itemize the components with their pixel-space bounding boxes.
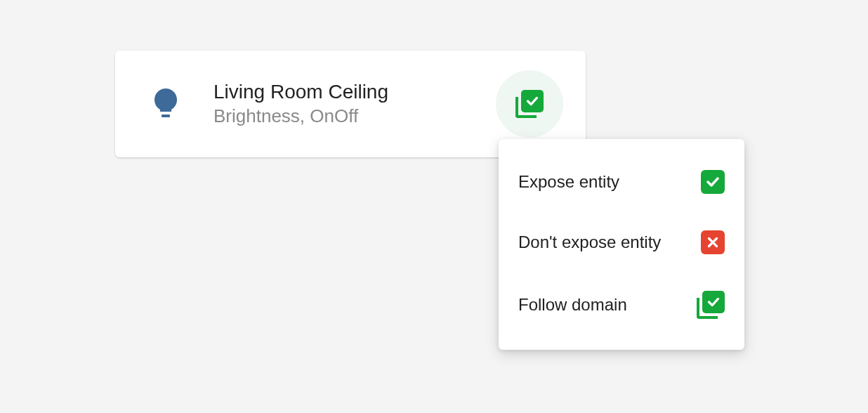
- dropdown-item-label: Follow domain: [518, 295, 627, 315]
- lightbulb-icon: [149, 88, 183, 119]
- checkbox-cross-icon: [701, 230, 725, 254]
- dropdown-item-label: Don't expose entity: [518, 232, 661, 252]
- svg-rect-0: [162, 114, 170, 117]
- entity-title: Living Room Ceiling: [213, 79, 496, 105]
- dropdown-item-dont-expose[interactable]: Don't expose entity: [499, 212, 744, 273]
- follow-domain-check-icon: [515, 90, 544, 118]
- expose-status-button[interactable]: [496, 70, 563, 138]
- dropdown-item-follow-domain[interactable]: Follow domain: [499, 273, 744, 337]
- dropdown-item-label: Expose entity: [518, 172, 619, 192]
- checkbox-checked-icon: [701, 170, 725, 194]
- entity-subtitle: Brightness, OnOff: [213, 105, 496, 129]
- expose-dropdown: Expose entity Don't expose entity Follow…: [499, 139, 744, 350]
- follow-domain-check-icon: [697, 291, 725, 319]
- entity-text: Living Room Ceiling Brightness, OnOff: [213, 79, 496, 129]
- dropdown-item-expose[interactable]: Expose entity: [499, 152, 744, 212]
